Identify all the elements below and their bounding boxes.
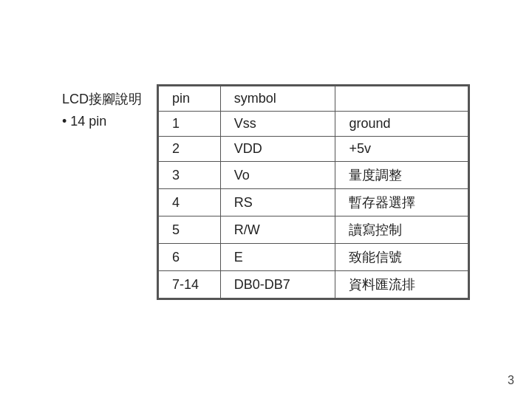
table-row: 1Vssground <box>159 112 468 137</box>
pin-table-container: pin symbol 1Vssground2VDD+5v3Vo量度調整4RS暫存… <box>157 84 470 300</box>
pin-table: pin symbol 1Vssground2VDD+5v3Vo量度調整4RS暫存… <box>158 86 468 299</box>
lcd-subtitle: • 14 pin <box>62 114 106 129</box>
cell-pin: 6 <box>159 244 221 271</box>
cell-pin: 4 <box>159 189 221 216</box>
cell-symbol: R/W <box>220 216 335 244</box>
lcd-title: LCD接腳說明 <box>62 90 142 108</box>
table-row: 4RS暫存器選擇 <box>159 189 468 216</box>
table-row: 2VDD+5v <box>159 137 468 162</box>
cell-desc: +5v <box>335 137 468 162</box>
cell-desc: 資料匯流排 <box>335 271 468 299</box>
cell-desc: 致能信號 <box>335 244 468 271</box>
cell-desc: 量度調整 <box>335 162 468 189</box>
table-row: 5R/W讀寫控制 <box>159 216 468 244</box>
cell-pin: 5 <box>159 216 221 244</box>
cell-symbol: VDD <box>220 137 335 162</box>
cell-symbol: E <box>220 244 335 271</box>
cell-symbol: RS <box>220 189 335 216</box>
cell-desc: 讀寫控制 <box>335 216 468 244</box>
cell-desc: ground <box>335 112 468 137</box>
cell-pin: 3 <box>159 162 221 189</box>
table-header-row: pin symbol <box>159 86 468 112</box>
content-area: LCD接腳說明 • 14 pin pin symbol 1Vssground2V… <box>62 84 470 300</box>
page: LCD接腳說明 • 14 pin pin symbol 1Vssground2V… <box>0 0 532 399</box>
header-symbol: symbol <box>220 86 335 112</box>
cell-symbol: DB0-DB7 <box>220 271 335 299</box>
cell-symbol: Vss <box>220 112 335 137</box>
page-number: 3 <box>508 374 514 387</box>
cell-pin: 1 <box>159 112 221 137</box>
cell-symbol: Vo <box>220 162 335 189</box>
header-desc <box>335 86 468 112</box>
header-pin: pin <box>159 86 221 112</box>
cell-pin: 2 <box>159 137 221 162</box>
table-row: 7-14DB0-DB7資料匯流排 <box>159 271 468 299</box>
table-row: 6E致能信號 <box>159 244 468 271</box>
table-row: 3Vo量度調整 <box>159 162 468 189</box>
left-label: LCD接腳說明 • 14 pin <box>62 84 157 129</box>
cell-pin: 7-14 <box>159 271 221 299</box>
cell-desc: 暫存器選擇 <box>335 189 468 216</box>
